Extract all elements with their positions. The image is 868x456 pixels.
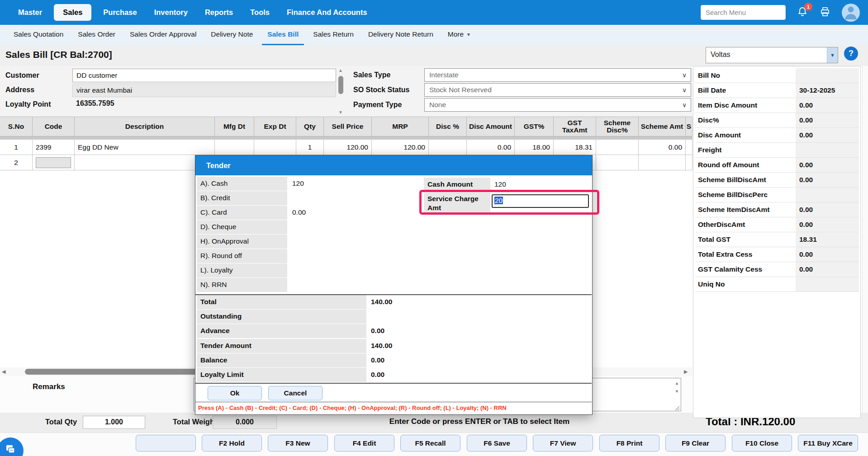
ok-button[interactable]: Ok [208, 386, 262, 400]
nav-item-sales[interactable]: Sales [54, 4, 91, 21]
user-avatar[interactable] [842, 4, 860, 22]
cell-clipped [686, 155, 693, 170]
tab-sales-order[interactable]: Sales Order [72, 25, 121, 45]
page-scrollbar[interactable] [862, 66, 868, 418]
cell-gst-tax-amt[interactable]: 18.31 [554, 140, 596, 155]
tab-delivery-note[interactable]: Delivery Note [205, 25, 258, 45]
scroll-up-icon[interactable]: ▲ [675, 381, 679, 385]
tender-mode-label[interactable]: A). Cash [197, 177, 287, 191]
customer-field[interactable]: DD customer [72, 69, 336, 82]
f9-clear-button[interactable]: F9 Clear [665, 435, 726, 451]
cancel-button[interactable]: Cancel [268, 386, 323, 400]
tender-mode-label[interactable]: D). Cheque [197, 220, 287, 234]
address-field[interactable]: virar east Mumbai [72, 84, 336, 97]
cell-scheme-disc[interactable] [596, 140, 639, 155]
cell-sno[interactable]: 2 [0, 155, 33, 170]
cell-sno[interactable]: 1 [0, 140, 33, 155]
nav-item-tools[interactable]: Tools [245, 4, 275, 21]
resize-grip-icon[interactable] [674, 404, 680, 410]
sales-type-select[interactable]: Interstate ∨ [424, 68, 691, 82]
cell-exp-dt[interactable] [254, 140, 296, 155]
f7-view-button[interactable]: F7 View [533, 435, 593, 451]
search-input[interactable] [701, 5, 786, 20]
summary-row: Uniq No [695, 277, 859, 292]
scroll-up-icon[interactable]: ▲ [338, 68, 343, 73]
payment-type-label: Payment Type [353, 101, 402, 109]
f8-print-button[interactable]: F8 Print [599, 435, 659, 451]
tender-mode-label[interactable]: H). OnApproval [197, 235, 287, 249]
scroll-right-icon[interactable]: ▶ [684, 369, 688, 375]
customer-scrollbar[interactable]: ▲ ▼ [337, 68, 345, 115]
nav-item-inventory[interactable]: Inventory [149, 4, 193, 21]
cell-mrp[interactable]: 120.00 [372, 140, 429, 155]
summary-label: Disc% [695, 113, 796, 127]
help-button[interactable]: ? [844, 47, 858, 61]
tab-sales-bill[interactable]: Sales Bill [262, 25, 304, 45]
chevron-down-icon: ▼ [466, 32, 471, 37]
nav-item-purchase[interactable]: Purchase [98, 4, 142, 21]
tender-mode-label[interactable]: N). RRN [197, 278, 287, 292]
service-charge-input[interactable]: 20 [492, 194, 589, 208]
nav-item-reports[interactable]: Reports [199, 4, 238, 21]
f11-buy-xcare-button[interactable]: F11 Buy XCare [798, 435, 858, 451]
cell-description[interactable]: Egg DD New [75, 140, 215, 155]
cell-code[interactable]: 2399 [33, 140, 75, 155]
cell-code[interactable] [33, 155, 75, 170]
company-selector[interactable]: Voltas ▼ [706, 47, 838, 63]
payment-type-select[interactable]: None ∨ [424, 98, 691, 112]
totals-label: Total [197, 295, 366, 309]
scroll-down-icon[interactable]: ▼ [675, 389, 679, 394]
tab-delivery-note-return[interactable]: Delivery Note Return [363, 25, 439, 45]
f3-new-button[interactable]: F3 New [268, 435, 328, 451]
function-key-bar: F2 Hold F3 New F4 Edit F5 Recall F6 Save… [0, 432, 868, 456]
f5-recall-button[interactable]: F5 Recall [400, 435, 460, 451]
f2-hold-button[interactable]: F2 Hold [202, 435, 262, 451]
tender-mode-label[interactable]: R). Round off [197, 249, 287, 263]
tender-mode-amount[interactable]: 0.00 [292, 208, 346, 216]
scroll-left-icon[interactable]: ◀ [2, 369, 5, 375]
summary-label: Round off Amount [695, 158, 796, 172]
tender-mode-label[interactable]: L). Loyalty [197, 263, 287, 277]
cell-disc-pct[interactable] [429, 140, 467, 155]
summary-label: Total GST [695, 232, 796, 247]
code-entry-field[interactable] [36, 157, 71, 168]
cell-qty[interactable]: 1 [296, 140, 324, 155]
tender-totals-section: Total140.00 Outstanding Advance0.00 Tend… [195, 294, 592, 382]
tab-more[interactable]: More ▼ [442, 25, 476, 45]
so-stock-status-select[interactable]: Stock Not Reserved ∨ [424, 83, 691, 97]
remarks-label: Remarks [33, 382, 65, 391]
nav-item-master[interactable]: Master [13, 4, 47, 21]
f1-button[interactable] [136, 435, 196, 451]
cell-description[interactable] [75, 155, 215, 170]
cell-scheme-amt[interactable]: 0.00 [639, 140, 686, 155]
so-stock-status-value: Stock Not Reserved [425, 86, 678, 94]
tender-row-loyalty: L). Loyalty [196, 263, 592, 278]
col-header: Scheme Amt [639, 117, 686, 136]
tender-mode-label[interactable]: B). Credit [197, 191, 287, 205]
tender-mode-label[interactable]: C). Card [197, 206, 287, 220]
tender-mode-amount[interactable]: 120 [292, 179, 346, 188]
totals-value: 140.00 [371, 298, 392, 306]
total-weight-field[interactable]: 0.000 [213, 416, 277, 429]
cell-scheme-disc[interactable] [596, 155, 639, 170]
scroll-thumb[interactable] [338, 76, 343, 94]
notifications-button[interactable]: 1 [797, 7, 808, 19]
tab-sales-order-approval[interactable]: Sales Order Approval [124, 25, 202, 45]
f4-edit-button[interactable]: F4 Edit [334, 435, 394, 451]
cell-sell-price[interactable]: 120.00 [324, 140, 372, 155]
cell-gst-pct[interactable]: 18.00 [515, 140, 554, 155]
cell-disc-amount[interactable]: 0.00 [467, 140, 515, 155]
sales-type-value: Interstate [425, 71, 678, 79]
f6-save-button[interactable]: F6 Save [467, 435, 527, 451]
col-header: Disc % [429, 117, 467, 136]
tab-sales-quotation[interactable]: Sales Quotation [8, 25, 69, 45]
scroll-down-icon[interactable]: ▼ [338, 110, 343, 115]
f10-close-button[interactable]: F10 Close [732, 435, 792, 451]
nav-item-finance[interactable]: Finance And Accounts [281, 4, 373, 21]
totals-row: Loyalty Limit0.00 [195, 368, 592, 382]
tab-sales-return[interactable]: Sales Return [308, 25, 359, 45]
cell-scheme-amt[interactable] [639, 155, 686, 170]
cell-mfg-dt[interactable] [215, 140, 254, 155]
total-qty-field[interactable]: 1.000 [83, 416, 145, 429]
print-button[interactable] [819, 7, 831, 19]
